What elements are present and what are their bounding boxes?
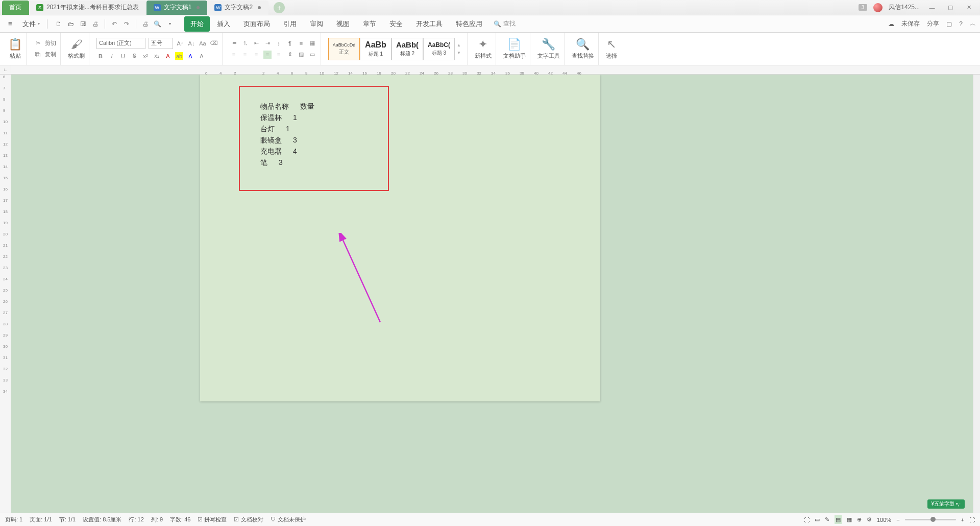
collapse-ribbon-icon[interactable]: ︿: [970, 19, 976, 28]
shading-icon[interactable]: ▨: [297, 51, 305, 59]
change-case-icon[interactable]: Aa: [199, 39, 207, 47]
menu-right: ☁ 未保存 分享 ▢ ? ︿: [888, 19, 976, 28]
search-icon: 🔍: [494, 20, 501, 28]
doc-helper-icon: 📄: [507, 38, 521, 51]
new-style-button[interactable]: ✦新样式: [475, 38, 492, 60]
tab-pagelayout[interactable]: 页面布局: [237, 16, 276, 32]
style-body[interactable]: AaBbCcDd正文: [328, 38, 360, 60]
notification-badge[interactable]: 3: [859, 4, 868, 11]
unsaved-dot-icon: [197, 6, 200, 9]
select-button[interactable]: ↖选择: [606, 38, 617, 60]
print-icon[interactable]: 🖨: [141, 20, 150, 28]
restore-button[interactable]: ▢: [944, 3, 957, 13]
character-shading-icon[interactable]: A: [198, 52, 206, 60]
cut-button[interactable]: ✂剪切: [34, 39, 56, 47]
line-spacing-icon[interactable]: ≡: [297, 39, 305, 47]
avatar-icon[interactable]: [873, 3, 883, 12]
ribbon-tabs: 开始 插入 页面布局 引用 审阅 视图 章节 安全 开发工具 特色应用 🔍 查找: [184, 16, 516, 32]
unsaved-label[interactable]: 未保存: [901, 19, 920, 28]
tab-doc-0[interactable]: S2021年拟来湘...考科目要求汇总表: [29, 1, 146, 15]
increase-font-icon[interactable]: A↑: [176, 39, 184, 47]
tab-view[interactable]: 视图: [330, 16, 356, 32]
bullets-icon[interactable]: ≔: [230, 39, 238, 47]
paste-button[interactable]: 📋粘贴: [8, 38, 22, 60]
ruler-horizontal[interactable]: ∟ 64224681012141618202224262830323436384…: [0, 65, 980, 75]
cut-label: 剪切: [45, 39, 56, 47]
format-painter-button[interactable]: 🖌格式刷: [68, 38, 85, 60]
align-center-icon[interactable]: ≡: [241, 51, 249, 59]
tab-devtools[interactable]: 开发工具: [410, 16, 449, 32]
bookmark-icon[interactable]: ▢: [946, 20, 952, 28]
tab-doc-1[interactable]: W文字文稿1: [146, 1, 208, 15]
new-tab-button[interactable]: +: [274, 2, 285, 13]
font-size-select[interactable]: 五号: [149, 38, 173, 49]
align-justify-icon[interactable]: ≡: [263, 51, 272, 59]
ruler-corner[interactable]: ∟: [0, 65, 11, 75]
select-label: 选择: [606, 52, 617, 60]
undo-icon[interactable]: ↶: [110, 20, 118, 28]
clear-format-icon[interactable]: ⌫: [210, 39, 218, 47]
tab-insert[interactable]: 插入: [211, 16, 236, 32]
increase-indent-icon[interactable]: ⇥: [263, 39, 272, 47]
style-h1[interactable]: AaBb标题 1: [360, 38, 391, 60]
tab-security[interactable]: 安全: [383, 16, 409, 32]
style-h3[interactable]: AaBbC(标题 3: [423, 38, 455, 60]
text-tools-button[interactable]: 🔧文字工具: [537, 38, 560, 60]
style-h2[interactable]: AaBb(标题 2: [391, 38, 423, 60]
print-preview-icon[interactable]: 🔍: [154, 20, 162, 28]
highlight-icon[interactable]: ab: [175, 52, 183, 60]
tab-review[interactable]: 审阅: [304, 16, 329, 32]
redo-icon[interactable]: ↷: [122, 20, 131, 28]
chevron-down-icon[interactable]: ▾: [166, 20, 174, 28]
tab-symbol-icon[interactable]: ¶: [286, 39, 294, 47]
open-icon[interactable]: 🗁: [67, 20, 75, 28]
save-icon[interactable]: 🖫: [79, 20, 87, 28]
italic-icon[interactable]: I: [108, 52, 116, 60]
align-left-icon[interactable]: ≡: [230, 51, 238, 59]
share-button[interactable]: 分享: [927, 19, 939, 28]
para-border-icon[interactable]: ▭: [308, 51, 316, 59]
minimize-button[interactable]: —: [926, 3, 938, 13]
numbering-icon[interactable]: ⒈: [241, 39, 249, 47]
copy-button[interactable]: ⿻复制: [34, 51, 56, 59]
new-icon[interactable]: 🗋: [55, 20, 63, 28]
subscript-icon[interactable]: x₂: [153, 52, 161, 60]
tab-special[interactable]: 特色应用: [450, 16, 488, 32]
help-icon[interactable]: ?: [959, 20, 963, 28]
font-underline-color-icon[interactable]: A: [186, 52, 194, 60]
strike-icon[interactable]: S̶: [130, 52, 138, 60]
decrease-font-icon[interactable]: A↓: [187, 39, 195, 47]
sort-icon[interactable]: ↕: [275, 39, 283, 47]
font-color-icon[interactable]: A: [164, 52, 172, 60]
hamburger-icon[interactable]: ≡: [4, 18, 16, 30]
bold-icon[interactable]: B: [96, 52, 105, 60]
tab-references[interactable]: 引用: [277, 16, 303, 32]
doc-helper-button[interactable]: 📄文档助手: [503, 38, 526, 60]
tab-doc-2[interactable]: W文字文稿2: [207, 1, 268, 15]
borders-icon[interactable]: ▦: [308, 39, 316, 47]
font-name-select[interactable]: Calibri (正文): [96, 38, 145, 49]
unsaved-dot-icon: [258, 6, 261, 9]
user-name[interactable]: 风信1425...: [889, 3, 920, 12]
distribute-icon[interactable]: ≡: [275, 51, 283, 59]
style-down-icon[interactable]: ▼: [457, 51, 461, 55]
close-button[interactable]: ✕: [963, 3, 975, 13]
file-menu[interactable]: 文件▾: [18, 17, 44, 31]
align-right-icon[interactable]: ≡: [252, 51, 260, 59]
cloud-icon[interactable]: ☁: [888, 20, 894, 28]
style-up-icon[interactable]: ▲: [457, 43, 461, 47]
tab-home[interactable]: 首页: [2, 1, 29, 15]
underline-icon[interactable]: U: [119, 52, 127, 60]
style-sample: AaBbCcDd: [333, 42, 356, 47]
new-style-icon: ✦: [478, 38, 487, 51]
search-box[interactable]: 🔍 查找: [494, 19, 516, 28]
superscript-icon[interactable]: x²: [141, 52, 150, 60]
tab-section[interactable]: 章节: [357, 16, 382, 32]
print-direct-icon[interactable]: 🖨: [91, 20, 100, 28]
find-replace-button[interactable]: 🔍查找替换: [572, 38, 594, 60]
separator: [136, 19, 136, 29]
decrease-indent-icon[interactable]: ⇤: [252, 39, 260, 47]
tab-start[interactable]: 开始: [184, 16, 210, 32]
separator: [47, 19, 47, 29]
line-height-icon[interactable]: ⇕: [286, 51, 294, 59]
